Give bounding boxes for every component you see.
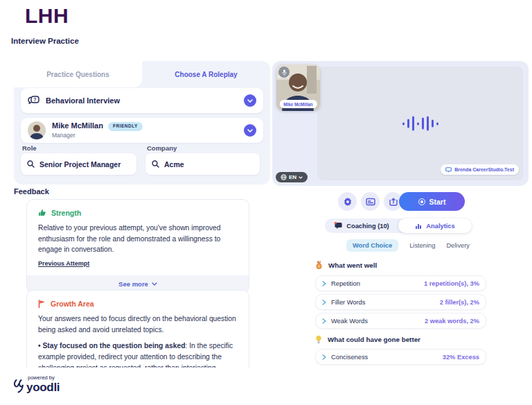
growth-area-title: Growth Area (51, 300, 94, 308)
company-input[interactable] (164, 160, 254, 169)
yoodli-wordmark: yoodli (26, 381, 60, 393)
tab-analytics[interactable]: Analytics (398, 218, 472, 233)
persona-chevron-down-icon[interactable] (244, 124, 256, 137)
coaching-icon (334, 222, 342, 230)
present-icon (389, 197, 398, 207)
scenario-selector[interactable]: ? Behavioral Interview (21, 88, 263, 113)
roleplay-panel: Practice Questions Choose A Roleplay ? B… (14, 61, 270, 184)
company-input-wrap (145, 153, 260, 175)
flag-icon (38, 300, 46, 308)
yoodli-mark-icon (12, 378, 24, 393)
persona-avatar (28, 121, 46, 139)
analytics-subtabs: Word Choice Listening Delivery (346, 238, 470, 253)
coach-badge[interactable]: Brenda CareerStudio.Test (441, 164, 519, 175)
company-field-label: Company (147, 144, 177, 152)
search-icon (152, 160, 159, 168)
language-selector[interactable]: EN (276, 172, 308, 182)
scenario-chevron-down-icon[interactable] (244, 94, 256, 107)
tab-choose-a-roleplay[interactable]: Choose A Roleplay (142, 61, 270, 87)
persona-selector[interactable]: Mike McMillan FRIENDLY Manager (21, 118, 263, 143)
metric-value: 2 filler(s), 2% (440, 299, 479, 306)
video-stage: Brenda CareerStudio.Test (317, 67, 523, 180)
role-input-wrap (21, 153, 136, 175)
chevron-down-icon (299, 176, 303, 179)
chevron-right-icon (322, 354, 326, 360)
metric-label: Weak Words (331, 318, 368, 325)
metric-label: Conciseness (331, 354, 368, 361)
metric-row-repetition[interactable]: Repetition 1 repetition(s), 3% (315, 275, 486, 291)
chat-question-icon: ? (28, 96, 39, 106)
record-icon (418, 198, 425, 205)
role-field-label: Role (22, 144, 37, 152)
gone-better-heading: What could have gone better (315, 335, 420, 344)
metric-row-weak-words[interactable]: Weak Words 2 weak words, 2% (315, 313, 486, 329)
subtab-listening[interactable]: Listening (409, 242, 435, 249)
powered-by-yoodli: powered by yoodli (12, 375, 60, 393)
growth-area-body: Your answers need to focus directly on t… (27, 308, 249, 335)
see-more-label: See more (118, 280, 148, 288)
previous-attempt-link[interactable]: Previous Attempt (38, 260, 89, 267)
mic-icon (278, 67, 290, 78)
powered-by-label: powered by (28, 375, 60, 381)
role-input[interactable] (39, 160, 130, 169)
friendly-badge: FRIENDLY (108, 122, 143, 131)
went-well-heading: What went well (315, 261, 377, 270)
strength-card: Strength Relative to your previous attem… (26, 199, 249, 293)
screen-share-icon (445, 167, 452, 173)
tab-coaching[interactable]: Coaching (10) (325, 218, 398, 233)
persona-name: Mike McMillan (52, 121, 103, 131)
went-well-heading-label: What went well (328, 261, 377, 269)
metric-row-conciseness[interactable]: Conciseness 32% Excess (315, 349, 486, 365)
growth-area-card-clip: Growth Area Your answers need to focus d… (26, 290, 249, 368)
waveform-icon (402, 117, 438, 131)
medal-icon (315, 261, 323, 270)
self-video-thumbnail[interactable]: Mike McMillan (276, 64, 320, 111)
coach-badge-label: Brenda CareerStudio.Test (454, 167, 514, 172)
metric-value: 2 weak words, 2% (425, 318, 479, 325)
gone-better-heading-label: What could have gone better (328, 336, 420, 343)
scenario-label: Behavioral Interview (46, 96, 120, 105)
gear-icon (343, 197, 353, 207)
search-icon (27, 160, 35, 168)
chevron-right-icon (322, 300, 326, 305)
interview-practice-app: LHH Interview Practice Practice Question… (0, 0, 532, 405)
tab-practice-questions[interactable]: Practice Questions (14, 61, 142, 87)
feedback-mode-tabs: Coaching (10) Analytics (325, 218, 472, 233)
strength-body: Relative to your previous attempt, you'v… (27, 217, 249, 255)
chevron-right-icon (322, 318, 326, 324)
globe-icon (281, 174, 287, 180)
metric-label: Filler Words (331, 299, 365, 306)
analytics-icon (415, 223, 422, 230)
captions-icon (366, 198, 375, 206)
subtab-word-choice[interactable]: Word Choice (346, 239, 398, 252)
tab-analytics-label: Analytics (426, 223, 454, 230)
chevron-down-icon (152, 282, 157, 286)
growth-area-bullet: • Stay focused on the question being ask… (27, 335, 249, 368)
growth-bullet-bold: • Stay focused on the question being ask… (38, 342, 185, 350)
page-title: Interview Practice (11, 37, 79, 45)
captions-button[interactable] (361, 192, 380, 211)
metric-row-filler-words[interactable]: Filler Words 2 filler(s), 2% (315, 294, 486, 310)
growth-area-card: Growth Area Your answers need to focus d… (26, 290, 249, 368)
bulb-icon (315, 335, 322, 344)
lhh-logo: LHH (25, 4, 69, 28)
start-button-label: Start (429, 198, 446, 206)
metric-label: Repetition (331, 280, 360, 287)
roleplay-tabbar: Practice Questions Choose A Roleplay (14, 61, 270, 87)
subtab-delivery[interactable]: Delivery (446, 242, 470, 249)
metric-value: 1 repetition(s), 3% (424, 280, 479, 287)
strength-title: Strength (51, 209, 81, 217)
thumbnail-name-label: Mike McMillan (279, 100, 317, 108)
start-button[interactable]: Start (399, 192, 465, 211)
persona-title: Manager (52, 132, 143, 139)
language-label: EN (289, 174, 296, 180)
video-stage-panel: Brenda CareerStudio.Test Mike McMillan (272, 61, 529, 186)
chevron-right-icon (322, 281, 326, 286)
svg-text:?: ? (33, 97, 36, 102)
metric-value: 32% Excess (443, 354, 479, 361)
thumbs-up-icon (38, 209, 46, 217)
tab-coaching-label: Coaching (10) (346, 223, 389, 230)
settings-button[interactable] (338, 192, 357, 211)
feedback-heading: Feedback (14, 187, 49, 196)
